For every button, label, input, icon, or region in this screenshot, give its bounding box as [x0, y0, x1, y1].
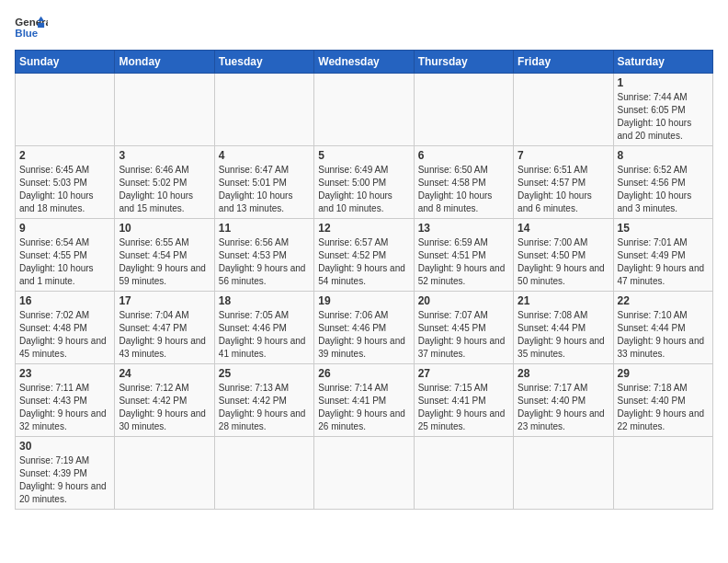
- day-info: Sunrise: 7:11 AM Sunset: 4:43 PM Dayligh…: [19, 382, 110, 433]
- day-cell: 11Sunrise: 6:56 AM Sunset: 4:53 PM Dayli…: [214, 219, 313, 292]
- day-cell: 9Sunrise: 6:54 AM Sunset: 4:55 PM Daylig…: [16, 219, 115, 292]
- day-cell: 15Sunrise: 7:01 AM Sunset: 4:49 PM Dayli…: [613, 219, 712, 292]
- day-cell: [514, 74, 613, 146]
- day-cell: [414, 437, 513, 510]
- day-info: Sunrise: 7:19 AM Sunset: 4:39 PM Dayligh…: [19, 454, 110, 506]
- day-cell: 5Sunrise: 6:49 AM Sunset: 5:00 PM Daylig…: [314, 146, 414, 219]
- day-info: Sunrise: 6:55 AM Sunset: 4:54 PM Dayligh…: [119, 236, 210, 288]
- day-number: 30: [19, 440, 110, 453]
- day-info: Sunrise: 6:51 AM Sunset: 4:57 PM Dayligh…: [518, 164, 609, 215]
- week-row-3: 9Sunrise: 6:54 AM Sunset: 4:55 PM Daylig…: [16, 219, 713, 292]
- day-cell: 18Sunrise: 7:05 AM Sunset: 4:46 PM Dayli…: [214, 292, 313, 364]
- day-info: Sunrise: 7:01 AM Sunset: 4:49 PM Dayligh…: [618, 236, 709, 288]
- day-info: Sunrise: 6:45 AM Sunset: 5:03 PM Dayligh…: [19, 164, 110, 215]
- day-cell: 1Sunrise: 7:44 AM Sunset: 6:05 PM Daylig…: [613, 74, 712, 146]
- day-cell: 28Sunrise: 7:17 AM Sunset: 4:40 PM Dayli…: [514, 364, 613, 437]
- day-info: Sunrise: 7:15 AM Sunset: 4:41 PM Dayligh…: [418, 382, 509, 433]
- day-number: 12: [318, 222, 409, 235]
- day-info: Sunrise: 7:07 AM Sunset: 4:45 PM Dayligh…: [418, 309, 509, 361]
- weekday-tuesday: Tuesday: [214, 51, 313, 74]
- day-cell: 17Sunrise: 7:04 AM Sunset: 4:47 PM Dayli…: [115, 292, 214, 364]
- weekday-friday: Friday: [514, 51, 613, 74]
- day-cell: [16, 74, 115, 146]
- day-info: Sunrise: 7:05 AM Sunset: 4:46 PM Dayligh…: [219, 309, 310, 361]
- day-number: 20: [418, 294, 509, 307]
- day-cell: [115, 74, 214, 146]
- day-cell: 16Sunrise: 7:02 AM Sunset: 4:48 PM Dayli…: [16, 292, 115, 364]
- day-number: 14: [518, 222, 609, 235]
- day-cell: [514, 437, 613, 510]
- day-cell: 26Sunrise: 7:14 AM Sunset: 4:41 PM Dayli…: [314, 364, 414, 437]
- day-info: Sunrise: 6:47 AM Sunset: 5:01 PM Dayligh…: [219, 164, 310, 215]
- weekday-thursday: Thursday: [414, 51, 513, 74]
- day-number: 19: [318, 294, 409, 307]
- day-info: Sunrise: 6:57 AM Sunset: 4:52 PM Dayligh…: [318, 236, 409, 288]
- day-number: 11: [219, 222, 310, 235]
- calendar: SundayMondayTuesdayWednesdayThursdayFrid…: [15, 50, 713, 510]
- weekday-monday: Monday: [115, 51, 214, 74]
- day-info: Sunrise: 7:08 AM Sunset: 4:44 PM Dayligh…: [518, 309, 609, 361]
- day-number: 24: [119, 367, 210, 380]
- day-number: 15: [618, 222, 709, 235]
- day-info: Sunrise: 7:13 AM Sunset: 4:42 PM Dayligh…: [219, 382, 310, 433]
- day-number: 29: [618, 367, 709, 380]
- day-info: Sunrise: 6:49 AM Sunset: 5:00 PM Dayligh…: [318, 164, 409, 215]
- day-cell: 4Sunrise: 6:47 AM Sunset: 5:01 PM Daylig…: [214, 146, 313, 219]
- day-cell: 27Sunrise: 7:15 AM Sunset: 4:41 PM Dayli…: [414, 364, 513, 437]
- weekday-sunday: Sunday: [16, 51, 115, 74]
- day-number: 23: [19, 367, 110, 380]
- day-number: 17: [119, 294, 210, 307]
- week-row-6: 30Sunrise: 7:19 AM Sunset: 4:39 PM Dayli…: [16, 437, 713, 510]
- day-info: Sunrise: 6:52 AM Sunset: 4:56 PM Dayligh…: [618, 164, 709, 215]
- day-number: 16: [19, 294, 110, 307]
- generalblue-logo-icon: General Blue: [15, 15, 48, 42]
- day-cell: [314, 437, 414, 510]
- day-cell: 21Sunrise: 7:08 AM Sunset: 4:44 PM Dayli…: [514, 292, 613, 364]
- day-info: Sunrise: 7:10 AM Sunset: 4:44 PM Dayligh…: [618, 309, 709, 361]
- day-info: Sunrise: 7:17 AM Sunset: 4:40 PM Dayligh…: [518, 382, 609, 433]
- day-number: 28: [518, 367, 609, 380]
- day-cell: 10Sunrise: 6:55 AM Sunset: 4:54 PM Dayli…: [115, 219, 214, 292]
- day-cell: 20Sunrise: 7:07 AM Sunset: 4:45 PM Dayli…: [414, 292, 513, 364]
- day-cell: [613, 437, 712, 510]
- day-number: 9: [19, 222, 110, 235]
- day-cell: 29Sunrise: 7:18 AM Sunset: 4:40 PM Dayli…: [613, 364, 712, 437]
- day-cell: 7Sunrise: 6:51 AM Sunset: 4:57 PM Daylig…: [514, 146, 613, 219]
- day-number: 13: [418, 222, 509, 235]
- day-cell: 8Sunrise: 6:52 AM Sunset: 4:56 PM Daylig…: [613, 146, 712, 219]
- day-cell: 22Sunrise: 7:10 AM Sunset: 4:44 PM Dayli…: [613, 292, 712, 364]
- logo: General Blue: [15, 15, 48, 42]
- day-number: 8: [618, 149, 709, 162]
- day-info: Sunrise: 7:44 AM Sunset: 6:05 PM Dayligh…: [618, 91, 709, 143]
- day-info: Sunrise: 6:46 AM Sunset: 5:02 PM Dayligh…: [119, 164, 210, 215]
- day-number: 26: [318, 367, 409, 380]
- day-cell: 3Sunrise: 6:46 AM Sunset: 5:02 PM Daylig…: [115, 146, 214, 219]
- day-number: 1: [618, 76, 709, 89]
- day-cell: 12Sunrise: 6:57 AM Sunset: 4:52 PM Dayli…: [314, 219, 414, 292]
- day-cell: 2Sunrise: 6:45 AM Sunset: 5:03 PM Daylig…: [16, 146, 115, 219]
- week-row-4: 16Sunrise: 7:02 AM Sunset: 4:48 PM Dayli…: [16, 292, 713, 364]
- day-info: Sunrise: 7:18 AM Sunset: 4:40 PM Dayligh…: [618, 382, 709, 433]
- week-row-5: 23Sunrise: 7:11 AM Sunset: 4:43 PM Dayli…: [16, 364, 713, 437]
- day-number: 25: [219, 367, 310, 380]
- day-cell: 14Sunrise: 7:00 AM Sunset: 4:50 PM Dayli…: [514, 219, 613, 292]
- day-info: Sunrise: 7:04 AM Sunset: 4:47 PM Dayligh…: [119, 309, 210, 361]
- header: General Blue: [15, 15, 713, 42]
- week-row-1: 1Sunrise: 7:44 AM Sunset: 6:05 PM Daylig…: [16, 74, 713, 146]
- weekday-header-row: SundayMondayTuesdayWednesdayThursdayFrid…: [16, 51, 713, 74]
- day-info: Sunrise: 6:59 AM Sunset: 4:51 PM Dayligh…: [418, 236, 509, 288]
- day-number: 7: [518, 149, 609, 162]
- day-number: 21: [518, 294, 609, 307]
- day-number: 3: [119, 149, 210, 162]
- day-cell: [115, 437, 214, 510]
- day-cell: 30Sunrise: 7:19 AM Sunset: 4:39 PM Dayli…: [16, 437, 115, 510]
- day-cell: [214, 437, 313, 510]
- day-cell: [214, 74, 313, 146]
- day-cell: 25Sunrise: 7:13 AM Sunset: 4:42 PM Dayli…: [214, 364, 313, 437]
- day-cell: 24Sunrise: 7:12 AM Sunset: 4:42 PM Dayli…: [115, 364, 214, 437]
- day-info: Sunrise: 7:14 AM Sunset: 4:41 PM Dayligh…: [318, 382, 409, 433]
- day-number: 18: [219, 294, 310, 307]
- weekday-wednesday: Wednesday: [314, 51, 414, 74]
- day-cell: 19Sunrise: 7:06 AM Sunset: 4:46 PM Dayli…: [314, 292, 414, 364]
- day-info: Sunrise: 6:50 AM Sunset: 4:58 PM Dayligh…: [418, 164, 509, 215]
